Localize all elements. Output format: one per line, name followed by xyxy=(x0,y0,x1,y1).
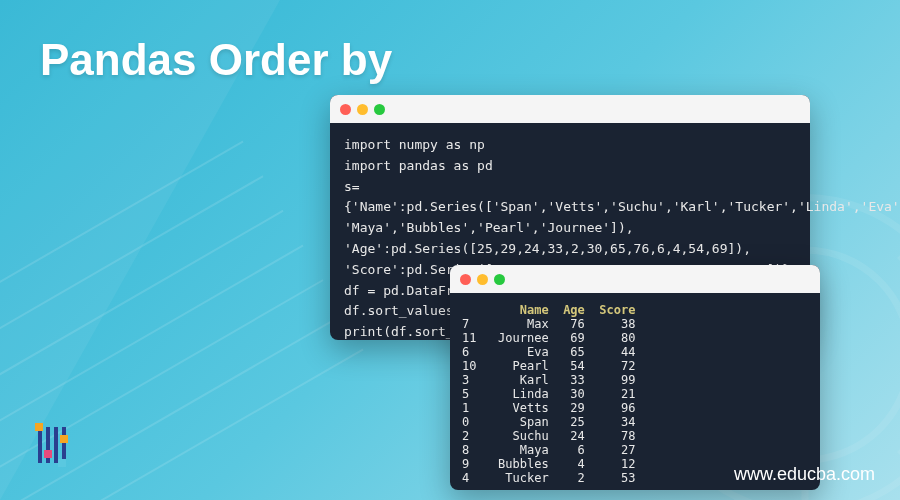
educba-logo-icon xyxy=(30,415,90,475)
minimize-dot-icon xyxy=(477,274,488,285)
close-dot-icon xyxy=(340,104,351,115)
code-line: s={'Name':pd.Series(['Span','Vetts','Suc… xyxy=(344,177,796,219)
output-header: Name Age Score xyxy=(462,303,635,317)
code-line: import numpy as np xyxy=(344,135,796,156)
code-line: import pandas as pd xyxy=(344,156,796,177)
maximize-dot-icon xyxy=(494,274,505,285)
output-row: 2 Suchu 24 78 xyxy=(462,429,635,443)
code-line: 'Maya','Bubbles','Pearl','Journee']), xyxy=(344,218,796,239)
svg-rect-19 xyxy=(54,427,58,463)
maximize-dot-icon xyxy=(374,104,385,115)
window-header-output xyxy=(450,265,820,293)
output-row: 11 Journee 69 80 xyxy=(462,331,635,345)
output-row: 10 Pearl 54 72 xyxy=(462,359,635,373)
page-title: Pandas Order by xyxy=(40,35,392,85)
output-row: 7 Max 76 38 xyxy=(462,317,635,331)
output-row: 3 Karl 33 99 xyxy=(462,373,635,387)
svg-rect-24 xyxy=(58,459,66,467)
window-header-main xyxy=(330,95,810,123)
code-line: 'Age':pd.Series([25,29,24,33,2,30,65,76,… xyxy=(344,239,796,260)
output-row: 0 Span 25 34 xyxy=(462,415,635,429)
svg-rect-22 xyxy=(60,435,68,443)
svg-rect-20 xyxy=(62,427,66,463)
website-url: www.educba.com xyxy=(734,464,875,485)
close-dot-icon xyxy=(460,274,471,285)
svg-rect-23 xyxy=(44,450,52,458)
output-row: 9 Bubbles 4 12 xyxy=(462,457,635,471)
minimize-dot-icon xyxy=(357,104,368,115)
svg-rect-17 xyxy=(38,427,42,463)
svg-rect-21 xyxy=(35,423,43,431)
code-window-output: Name Age Score 7 Max 76 38 11 Journee 69… xyxy=(450,265,820,490)
output-row: 5 Linda 30 21 xyxy=(462,387,635,401)
output-row: 4 Tucker 2 53 xyxy=(462,471,635,485)
output-row: 1 Vetts 29 96 xyxy=(462,401,635,415)
output-row: 6 Eva 65 44 xyxy=(462,345,635,359)
output-row: 8 Maya 6 27 xyxy=(462,443,635,457)
svg-line-12 xyxy=(0,211,283,411)
